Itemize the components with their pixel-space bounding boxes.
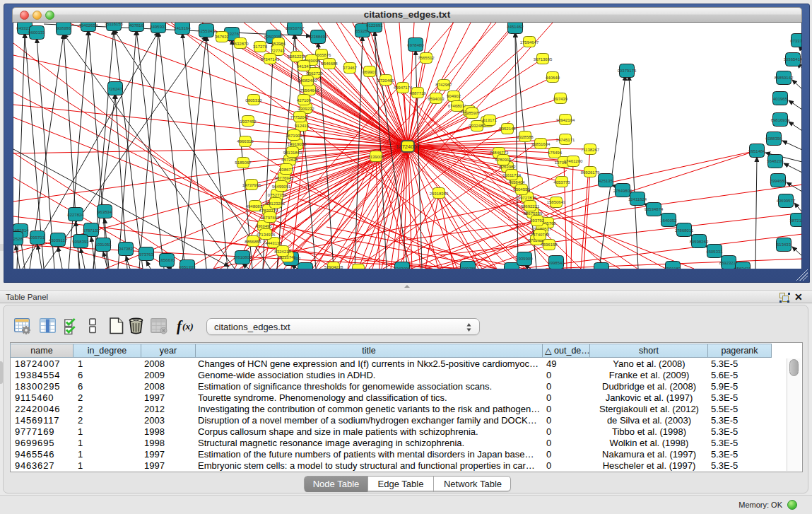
svg-text:31611724: 31611724 [502, 173, 522, 177]
svg-text:8324210: 8324210 [274, 250, 291, 254]
svg-text:5185067: 5185067 [235, 160, 252, 165]
svg-text:0805310: 0805310 [245, 98, 262, 103]
svg-text:6998543: 6998543 [548, 261, 565, 265]
svg-text:8742967: 8742967 [435, 83, 452, 87]
svg-text:17594647: 17594647 [520, 40, 539, 45]
svg-text:941343: 941343 [297, 64, 312, 69]
svg-text:06797403: 06797403 [261, 216, 280, 220]
svg-text:14737996: 14737996 [242, 183, 261, 187]
svg-text:1640052: 1640052 [660, 218, 677, 223]
svg-text:30365414: 30365414 [784, 57, 802, 62]
svg-text:1939909: 1939909 [516, 257, 533, 261]
svg-text:38692221: 38692221 [521, 204, 540, 209]
svg-text:513433: 513433 [777, 243, 792, 247]
svg-text:8495931: 8495931 [150, 25, 167, 29]
svg-text:21020539: 21020539 [349, 268, 368, 269]
svg-text:912419: 912419 [295, 124, 310, 128]
svg-text:86850142: 86850142 [775, 76, 794, 80]
svg-text:973763: 973763 [139, 252, 154, 257]
svg-text:0122691: 0122691 [366, 23, 383, 28]
svg-text:35116155: 35116155 [105, 23, 124, 26]
svg-text:7991183: 7991183 [665, 267, 682, 269]
svg-text:99727875: 99727875 [518, 196, 537, 200]
svg-text:3413164: 3413164 [174, 26, 191, 30]
svg-text:1656670: 1656670 [158, 258, 175, 262]
svg-text:367632: 367632 [215, 35, 230, 39]
svg-text:34624751: 34624751 [592, 268, 611, 269]
svg-text:00379176: 00379176 [618, 69, 637, 73]
svg-text:42388496: 42388496 [309, 35, 328, 39]
svg-text:8227824: 8227824 [67, 213, 84, 217]
svg-text:17461200: 17461200 [564, 159, 583, 163]
svg-text:80598262: 80598262 [690, 240, 709, 244]
svg-text:86926179: 86926179 [581, 170, 600, 175]
svg-text:5098393: 5098393 [72, 240, 89, 244]
svg-text:5648236: 5648236 [767, 159, 784, 163]
svg-text:36851604: 36851604 [531, 142, 551, 146]
svg-text:43039117: 43039117 [49, 238, 68, 243]
svg-text:96499091: 96499091 [272, 185, 291, 189]
svg-text:407816: 407816 [129, 23, 144, 28]
svg-text:08121913: 08121913 [502, 268, 522, 269]
svg-text:908386: 908386 [57, 26, 71, 30]
svg-text:(x): (x) [182, 321, 194, 332]
svg-text:938677: 938677 [279, 168, 294, 172]
svg-text:4505331: 4505331 [706, 250, 723, 254]
svg-text:24082400: 24082400 [298, 78, 317, 83]
svg-text:8856855: 8856855 [245, 240, 261, 244]
svg-text:36713695: 36713695 [534, 57, 553, 62]
svg-text:74740748: 74740748 [531, 233, 550, 237]
svg-text:24745171: 24745171 [556, 138, 575, 142]
svg-text:2994680: 2994680 [770, 179, 787, 183]
svg-text:2343098: 2343098 [394, 267, 411, 269]
svg-text:175496: 175496 [548, 151, 563, 155]
svg-text:0647468: 0647468 [297, 268, 314, 269]
svg-text:0932480: 0932480 [469, 124, 486, 128]
svg-text:440640: 440640 [546, 76, 560, 80]
svg-text:0733754: 0733754 [790, 39, 802, 43]
svg-text:693792: 693792 [530, 218, 545, 223]
svg-text:79402654: 79402654 [79, 23, 98, 28]
svg-text:18724007: 18724007 [396, 144, 419, 150]
svg-text:15850643: 15850643 [547, 200, 566, 204]
svg-text:17810801: 17810801 [233, 255, 252, 259]
svg-text:27868011: 27868011 [675, 228, 694, 233]
svg-text:2563421: 2563421 [734, 267, 751, 269]
svg-text:0651333: 0651333 [179, 265, 196, 269]
svg-text:7139005: 7139005 [367, 155, 384, 159]
svg-text:69816934: 69816934 [771, 118, 790, 122]
svg-text:427109: 427109 [297, 98, 312, 103]
svg-text:27849808: 27849808 [613, 189, 632, 193]
svg-text:1031051: 1031051 [95, 243, 112, 247]
svg-text:77752047: 77752047 [290, 115, 310, 119]
svg-text:75564641: 75564641 [300, 88, 319, 93]
svg-text:14919058: 14919058 [288, 142, 307, 146]
svg-text:47134936: 47134936 [257, 233, 276, 237]
svg-text:0952145: 0952145 [499, 127, 516, 131]
svg-text:1937452: 1937452 [240, 119, 257, 124]
svg-text:932528: 932528 [13, 237, 23, 241]
svg-text:095701: 095701 [30, 235, 45, 240]
svg-text:0546688: 0546688 [321, 62, 338, 66]
svg-text:2720465: 2720465 [377, 78, 394, 83]
svg-text:0385977: 0385977 [464, 111, 481, 115]
svg-text:9600133: 9600133 [28, 30, 45, 35]
svg-text:6088356: 6088356 [765, 136, 782, 141]
svg-text:5951484: 5951484 [748, 149, 765, 153]
svg-text:5780913: 5780913 [495, 158, 512, 162]
svg-text:6572628: 6572628 [281, 158, 298, 162]
svg-text:93534874: 93534874 [645, 207, 664, 211]
svg-text:29318393: 29318393 [430, 192, 449, 196]
svg-text:727743: 727743 [271, 49, 286, 53]
svg-text:87347143: 87347143 [261, 57, 280, 62]
svg-text:3872148: 3872148 [789, 218, 802, 223]
svg-text:4887719: 4887719 [409, 91, 426, 95]
svg-text:13953767: 13953767 [286, 26, 305, 30]
svg-text:94131869: 94131869 [283, 151, 302, 155]
svg-text:43699577: 43699577 [777, 199, 796, 203]
svg-text:5009788: 5009788 [459, 267, 476, 269]
svg-text:069901: 069901 [363, 70, 377, 74]
svg-text:317278: 317278 [253, 45, 268, 49]
svg-text:347382: 347382 [119, 247, 134, 251]
svg-text:4966319: 4966319 [237, 139, 254, 144]
